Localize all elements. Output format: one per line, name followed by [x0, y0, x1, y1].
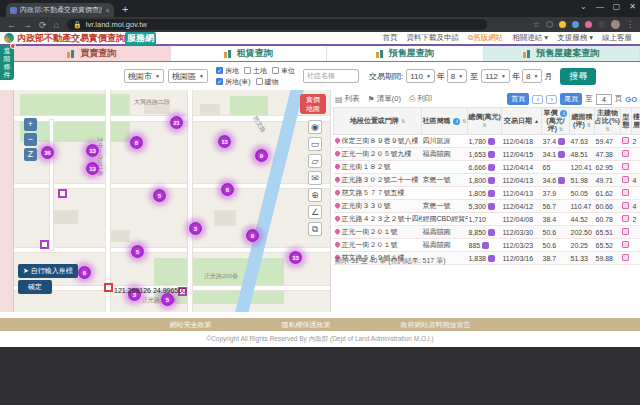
marker-tool-icon[interactable]: ◉: [308, 120, 322, 134]
tab-close-icon[interactable]: ×: [105, 6, 110, 15]
detail-icon[interactable]: [488, 151, 495, 158]
price-cluster-marker[interactable]: 9: [246, 229, 259, 242]
address-cell[interactable]: 保定三街８９巷９號八樓: [334, 135, 422, 148]
address-cell[interactable]: 正光一街２０１號: [334, 239, 422, 252]
checkbox-box[interactable]: [272, 67, 279, 74]
price-cluster-marker[interactable]: 13: [289, 251, 302, 264]
detail-icon[interactable]: [558, 138, 565, 145]
column-header-總面積[interactable]: 總面積(坪) ⇅: [570, 108, 595, 135]
checkbox-房地[interactable]: 房地: [216, 66, 239, 76]
column-header-主建物[interactable]: 主建物占比(%) ⇅: [595, 108, 621, 135]
extension-yellow-icon[interactable]: [559, 21, 566, 28]
nav-item-相關連結[interactable]: 相關連結 ▾: [512, 33, 548, 43]
building-type-icon[interactable]: [622, 254, 629, 261]
zoom-in-button[interactable]: +: [24, 118, 37, 131]
price-cluster-marker[interactable]: 3: [189, 222, 202, 235]
price-cluster-marker[interactable]: 5: [161, 293, 174, 306]
building-type-icon[interactable]: [622, 241, 629, 248]
zoom-out-button[interactable]: −: [24, 133, 37, 146]
page-number-input[interactable]: [596, 94, 612, 105]
city-select[interactable]: 桃園市▼: [124, 69, 164, 83]
detail-icon[interactable]: [488, 203, 495, 210]
price-cluster-marker[interactable]: 5: [131, 245, 144, 258]
checkbox-box[interactable]: [216, 67, 223, 74]
single-price-marker[interactable]: [58, 189, 67, 198]
nav-item-舊版網站[interactable]: ⧉舊版網站: [468, 33, 503, 43]
detail-icon[interactable]: [558, 177, 565, 184]
saved-list-button[interactable]: ⚑清單(0): [368, 94, 401, 104]
confirm-button[interactable]: 確定: [18, 280, 52, 294]
address-cell[interactable]: 正光路４２３之２號十四樓: [334, 213, 422, 226]
building-type-icon[interactable]: [622, 163, 629, 170]
info-icon[interactable]: i: [453, 118, 460, 125]
rectangle-select-icon[interactable]: ▭: [308, 137, 322, 151]
print-button[interactable]: ⎙列印: [409, 94, 432, 104]
month-from-select[interactable]: 8▼: [447, 69, 467, 83]
price-cluster-marker[interactable]: 13: [218, 135, 231, 148]
address-cell[interactable]: 正光一街２０１號: [334, 226, 422, 239]
footer-link-網站安全政策[interactable]: 網站安全政策: [170, 320, 212, 330]
detail-icon[interactable]: [488, 190, 495, 197]
checkbox-車位[interactable]: 車位: [272, 66, 295, 76]
price-cluster-marker[interactable]: 6: [78, 266, 91, 279]
bookmark-star-icon[interactable]: ☆: [533, 20, 540, 29]
advanced-drawer-strip[interactable]: [0, 90, 14, 312]
go-button[interactable]: GO: [625, 95, 637, 104]
building-type-icon[interactable]: [622, 215, 629, 222]
address-bar[interactable]: 🔒 lvr.land.moi.gov.tw: [67, 19, 487, 30]
price-cluster-marker[interactable]: 36: [41, 146, 54, 159]
detail-icon[interactable]: [482, 242, 489, 249]
reload-icon[interactable]: ⟳: [39, 20, 47, 30]
checkbox-土地[interactable]: 土地: [244, 66, 267, 76]
detail-icon[interactable]: [488, 138, 495, 145]
checkbox-box[interactable]: [216, 78, 223, 85]
price-cluster-marker[interactable]: 13: [86, 144, 99, 157]
address-cell[interactable]: 慈文路５７７號五樓: [334, 187, 422, 200]
building-type-icon[interactable]: [622, 137, 629, 144]
building-type-icon[interactable]: [622, 150, 629, 157]
price-cluster-marker[interactable]: 8: [130, 136, 143, 149]
address-cell[interactable]: 正光路３０２號二十一樓: [334, 174, 422, 187]
close-button[interactable]: ✕: [629, 2, 636, 11]
price-cluster-marker[interactable]: 5: [153, 189, 166, 202]
tab-預售屋建案查詢[interactable]: 預售屋建案查詢: [484, 46, 640, 61]
locate-icon[interactable]: ⊕: [308, 188, 322, 202]
detail-icon[interactable]: [488, 177, 495, 184]
prev-page-button[interactable]: ‹: [532, 95, 543, 104]
info-icon[interactable]: i: [560, 110, 567, 117]
detail-icon[interactable]: [488, 229, 495, 236]
price-cluster-marker[interactable]: 9: [255, 149, 268, 162]
district-select[interactable]: 桃園區▼: [168, 69, 208, 83]
list-view-button[interactable]: ▤列表: [335, 94, 360, 104]
layers-icon[interactable]: ⧉: [308, 222, 322, 236]
price-cluster-marker[interactable]: 21: [170, 116, 183, 129]
year-from-select[interactable]: 110▼: [406, 69, 435, 83]
month-to-select[interactable]: 8▼: [522, 69, 542, 83]
single-price-marker[interactable]: [104, 283, 113, 292]
address-cell[interactable]: 正光一街２０５號九樓: [334, 148, 422, 161]
tab-search-icon[interactable]: ⌄: [580, 2, 587, 11]
tab-預售屋查詢[interactable]: 預售屋查詢: [327, 46, 484, 61]
nav-item-支援服務[interactable]: 支援服務 ▾: [557, 33, 593, 43]
tab-買賣查詢[interactable]: 買賣查詢: [14, 46, 171, 61]
detail-icon[interactable]: [488, 255, 495, 262]
zoom-extent-button[interactable]: Z: [24, 148, 37, 161]
polygon-select-icon[interactable]: ▱: [308, 154, 322, 168]
column-header-總價(萬元)[interactable]: 總價(萬元) ⇅: [468, 108, 502, 135]
single-price-marker[interactable]: [40, 240, 49, 249]
extension-dark-icon[interactable]: [598, 21, 605, 28]
measure-icon[interactable]: ∠: [308, 205, 322, 219]
home-icon[interactable]: ⌂: [54, 20, 59, 30]
nav-item-線上客服[interactable]: 線上客服: [602, 33, 632, 43]
maximize-button[interactable]: ▢: [613, 2, 621, 11]
column-header-交易日期[interactable]: 交易日期 ▲: [502, 108, 542, 135]
last-page-button[interactable]: 尾頁: [560, 93, 582, 105]
address-cell[interactable]: 正光街１８２號: [334, 161, 422, 174]
footer-link-隱私權保護政策[interactable]: 隱私權保護政策: [282, 320, 331, 330]
nav-item-資料下載及申請[interactable]: 資料下載及申請: [406, 33, 459, 43]
enter-coordinates-button[interactable]: ➤ 自行輸入座標: [18, 264, 78, 278]
nav-item-首頁[interactable]: 首頁: [382, 33, 397, 43]
forward-icon[interactable]: →: [23, 20, 32, 30]
menu-dots-icon[interactable]: ⋮: [626, 20, 634, 29]
footer-link-政府網站資料開放宣告[interactable]: 政府網站資料開放宣告: [401, 320, 471, 330]
